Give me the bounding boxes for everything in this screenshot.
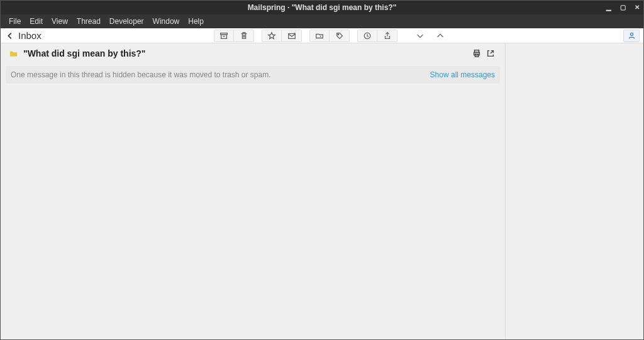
person-icon — [628, 31, 636, 40]
mail-unread-icon — [287, 31, 296, 40]
popout-button[interactable] — [484, 47, 497, 60]
menu-edit[interactable]: Edit — [25, 17, 47, 26]
share-icon — [383, 31, 392, 40]
chevron-up-icon — [436, 31, 445, 40]
move-folder-button[interactable] — [309, 30, 330, 42]
window-title: Mailspring · "What did sgi mean by this?… — [248, 3, 397, 12]
next-thread-button[interactable] — [410, 30, 430, 42]
menu-developer[interactable]: Developer — [105, 17, 148, 26]
svg-marker-5 — [269, 32, 275, 38]
back-button[interactable] — [4, 31, 16, 40]
chevron-down-icon — [416, 31, 425, 40]
menu-thread[interactable]: Thread — [72, 17, 105, 26]
message-pane: "What did sgi mean by this?" One message… — [1, 43, 505, 339]
clock-icon — [363, 31, 372, 40]
sidebar-panel — [505, 43, 643, 339]
hidden-message-notice: One message in this thread is hidden bec… — [6, 66, 500, 84]
titlebar: Mailspring · "What did sgi mean by this?… — [1, 1, 643, 14]
svg-point-10 — [630, 33, 633, 35]
account-button[interactable] — [623, 30, 640, 42]
trash-icon — [240, 31, 248, 40]
menubar: File Edit View Thread Developer Window H… — [1, 14, 643, 28]
notice-text: One message in this thread is hidden bec… — [11, 70, 271, 79]
label-button[interactable] — [330, 30, 350, 42]
menu-window[interactable]: Window — [148, 17, 184, 26]
toolbar: Inbox — [1, 28, 643, 43]
menu-file[interactable]: File — [4, 17, 25, 26]
window-controls: ▁ ▢ ✕ — [606, 1, 640, 14]
menu-help[interactable]: Help — [184, 17, 208, 26]
folder-move-icon — [315, 31, 324, 40]
folder-label: Inbox — [18, 30, 42, 41]
print-button[interactable] — [470, 47, 484, 60]
prev-thread-button[interactable] — [430, 30, 450, 42]
svg-point-8 — [338, 33, 339, 35]
snooze-button[interactable] — [357, 30, 377, 42]
trash-button[interactable] — [234, 30, 254, 42]
print-icon — [472, 49, 481, 58]
archive-button[interactable] — [214, 30, 234, 42]
star-icon — [267, 31, 276, 40]
subject-header: "What did sgi mean by this?" — [1, 43, 505, 63]
subject-text: "What did sgi mean by this?" — [23, 48, 146, 58]
chevron-left-icon — [6, 31, 14, 40]
star-button[interactable] — [262, 30, 282, 42]
show-all-messages-link[interactable]: Show all messages — [430, 70, 495, 79]
minimize-button[interactable]: ▁ — [606, 4, 611, 11]
popout-icon — [486, 49, 495, 58]
subject-folder-icon — [8, 48, 18, 58]
svg-point-7 — [294, 33, 296, 35]
share-button[interactable] — [377, 30, 397, 42]
mark-unread-button[interactable] — [282, 30, 302, 42]
menu-view[interactable]: View — [47, 17, 72, 26]
tag-icon — [335, 31, 344, 40]
maximize-button[interactable]: ▢ — [620, 4, 626, 11]
archive-icon — [219, 31, 228, 40]
close-button[interactable]: ✕ — [635, 4, 640, 11]
